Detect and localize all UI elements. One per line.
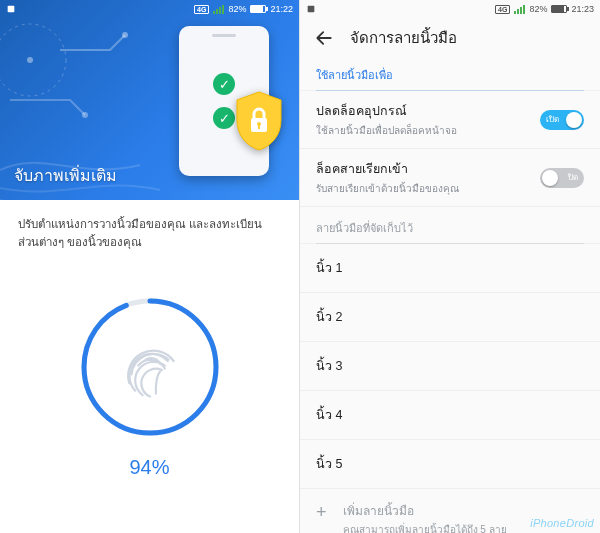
clock: 21:23 [571, 4, 594, 14]
setting-unlock-device[interactable]: ปลดล็อคอุปกรณ์ ใช้ลายนิ้วมือเพื่อปลดล็อค… [300, 91, 600, 149]
clock: 21:22 [270, 4, 293, 14]
section-use-fingerprint: ใช้ลายนิ้วมือเพื่อ [300, 54, 600, 91]
toggle-unlock[interactable]: เปิด [540, 110, 584, 130]
manage-panel: 4G 82% 21:23 จัดการลายนิ้วมือ ใช้ลายนิ้ว… [300, 0, 600, 533]
svg-rect-10 [308, 6, 315, 13]
svg-rect-7 [258, 125, 260, 129]
enroll-description: ปรับตำแหน่งการวางนิ้วมือของคุณ และลงทะเบ… [18, 216, 281, 252]
section-stored-fingerprints: ลายนิ้วมือที่จัดเก็บไว้ [300, 207, 600, 244]
progress-percentage: 94% [129, 456, 169, 479]
fingerprint-item[interactable]: นิ้ว 5 [300, 440, 600, 489]
back-button[interactable] [312, 26, 336, 50]
network-tag: 4G [194, 5, 209, 14]
status-bar-left: 4G 82% 21:22 [0, 0, 299, 18]
fingerprint-progress: 94% [18, 292, 281, 479]
hero-banner: ✓ ✓ จับภาพเพิ่มเติม [0, 0, 299, 200]
fingerprint-item[interactable]: นิ้ว 3 [300, 342, 600, 391]
add-subtitle: คุณสามารถเพิ่มลายนิ้วมือได้ถึง 5 ลาย [343, 522, 507, 533]
status-bar-right: 4G 82% 21:23 [300, 0, 600, 18]
svg-point-2 [27, 57, 33, 63]
battery-icon [551, 5, 567, 13]
svg-rect-0 [8, 6, 15, 13]
setting-subtitle: รับสายเรียกเข้าด้วยนิ้วมือของคุณ [316, 181, 530, 196]
setting-subtitle: ใช้ลายนิ้วมือเพื่อปลดล็อคหน้าจอ [316, 123, 530, 138]
fingerprint-list: นิ้ว 1นิ้ว 2นิ้ว 3นิ้ว 4นิ้ว 5 [300, 244, 600, 489]
signal-icon [514, 5, 525, 14]
fingerprint-item[interactable]: นิ้ว 2 [300, 293, 600, 342]
page-title: จัดการลายนิ้วมือ [350, 26, 457, 50]
battery-pct: 82% [228, 4, 246, 14]
plus-icon: + [316, 503, 327, 521]
setting-title: ล็อคสายเรียกเข้า [316, 159, 530, 179]
fingerprint-item[interactable]: นิ้ว 4 [300, 391, 600, 440]
enroll-panel: 4G 82% 21:22 ✓ ✓ [0, 0, 300, 533]
notification-icon [306, 4, 316, 14]
setting-title: ปลดล็อคอุปกรณ์ [316, 101, 530, 121]
watermark: iPhoneDroid [530, 517, 594, 529]
svg-point-4 [82, 112, 88, 118]
fingerprint-item[interactable]: นิ้ว 1 [300, 244, 600, 293]
svg-point-3 [122, 32, 128, 38]
notification-icon [6, 4, 16, 14]
setting-lock-incoming[interactable]: ล็อคสายเรียกเข้า รับสายเรียกเข้าด้วยนิ้ว… [300, 149, 600, 207]
add-title: เพิ่มลายนิ้วมือ [343, 501, 507, 520]
battery-pct: 82% [529, 4, 547, 14]
check-icon: ✓ [213, 107, 235, 129]
fingerprint-icon [75, 292, 225, 442]
check-icon: ✓ [213, 73, 235, 95]
toggle-incoming[interactable]: ปิด [540, 168, 584, 188]
hero-title: จับภาพเพิ่มเติม [14, 163, 117, 188]
battery-icon [250, 5, 266, 13]
network-tag: 4G [495, 5, 510, 14]
signal-icon [213, 5, 224, 14]
shield-lock-icon [233, 90, 285, 152]
